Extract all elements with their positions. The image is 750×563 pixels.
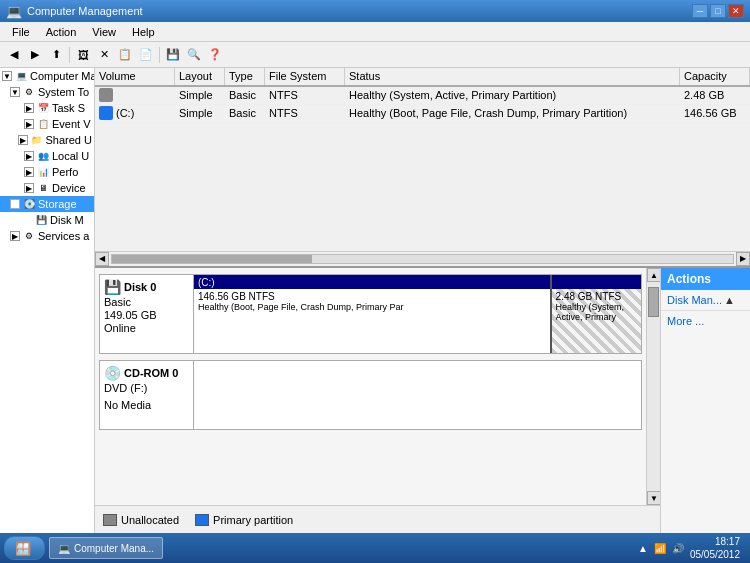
window-title: Computer Management bbox=[27, 5, 143, 17]
hscroll-track[interactable] bbox=[111, 254, 734, 264]
storage-icon: 💽 bbox=[22, 197, 36, 211]
expand-icon-computer[interactable]: ▼ bbox=[2, 71, 12, 81]
toolbar-forward[interactable]: ▶ bbox=[25, 45, 45, 65]
row1-drive-icon bbox=[99, 88, 113, 102]
table-row[interactable]: (C:) Simple Basic NTFS Healthy (Boot, Pa… bbox=[95, 105, 750, 123]
partition-system[interactable]: 2.48 GB NTFS Healthy (System, Active, Pr… bbox=[552, 275, 641, 353]
col-volume[interactable]: Volume bbox=[95, 68, 175, 85]
toolbar-properties[interactable]: 📋 bbox=[115, 45, 135, 65]
col-layout[interactable]: Layout bbox=[175, 68, 225, 85]
tray-volume-icon: 🔊 bbox=[672, 543, 684, 554]
tree-item-local[interactable]: ▶ 👥 Local U bbox=[0, 148, 94, 164]
toolbar-icon-view[interactable]: 🖼 bbox=[73, 45, 93, 65]
menu-view[interactable]: View bbox=[84, 24, 124, 40]
tree-item-storage[interactable]: ▼ 💽 Storage bbox=[0, 196, 94, 212]
legend-unalloc: Unallocated bbox=[103, 514, 179, 526]
partition-c-header: (C:) bbox=[194, 275, 550, 289]
action-diskmgr-label: Disk Man... bbox=[667, 294, 722, 306]
clock-time: 18:17 bbox=[690, 535, 740, 548]
tree-item-task[interactable]: ▶ 📅 Task S bbox=[0, 100, 94, 116]
close-button[interactable]: ✕ bbox=[728, 4, 744, 18]
minimize-button[interactable]: ─ bbox=[692, 4, 708, 18]
actions-panel: Actions Disk Man... ▲ More ... bbox=[660, 268, 750, 533]
hscroll-left-btn[interactable]: ◀ bbox=[95, 252, 109, 266]
toolbar-back[interactable]: ◀ bbox=[4, 45, 24, 65]
tree-panel: ▼ 💻 Computer Ma ▼ ⚙ System To ▶ 📅 Task S… bbox=[0, 68, 95, 533]
disk0-label: 💾 Disk 0 Basic 149.05 GB Online bbox=[99, 274, 194, 354]
hscrollbar[interactable]: ◀ ▶ bbox=[95, 251, 750, 266]
row1-layout: Simple bbox=[175, 87, 225, 104]
vscroll-up-btn[interactable]: ▲ bbox=[647, 268, 660, 282]
table-header: Volume Layout Type File System Status Ca… bbox=[95, 68, 750, 87]
table-row[interactable]: Simple Basic NTFS Healthy (System, Activ… bbox=[95, 87, 750, 105]
tray-arrow-icon[interactable]: ▲ bbox=[638, 543, 648, 554]
expand-icon-services[interactable]: ▶ bbox=[10, 231, 20, 241]
expand-icon-device[interactable]: ▶ bbox=[24, 183, 34, 193]
hscroll-right-btn[interactable]: ▶ bbox=[736, 252, 750, 266]
maximize-button[interactable]: □ bbox=[710, 4, 726, 18]
partition-c[interactable]: (C:) 146.56 GB NTFS Healthy (Boot, Page … bbox=[194, 275, 552, 353]
toolbar-help[interactable]: ❓ bbox=[205, 45, 225, 65]
toolbar-search[interactable]: 🔍 bbox=[184, 45, 204, 65]
vscroll-thumb[interactable] bbox=[648, 287, 659, 317]
perf-icon: 📊 bbox=[36, 165, 50, 179]
col-fs[interactable]: File System bbox=[265, 68, 345, 85]
taskbar-clock[interactable]: 18:17 05/05/2012 bbox=[690, 535, 740, 561]
taskbar-item-icon: 💻 bbox=[58, 543, 70, 554]
tree-item-device[interactable]: ▶ 🖥 Device bbox=[0, 180, 94, 196]
taskbar-tray: ▲ 📶 🔊 18:17 05/05/2012 bbox=[632, 535, 746, 561]
action-diskmgr[interactable]: Disk Man... ▲ bbox=[661, 290, 750, 311]
cdrom0-status: No Media bbox=[104, 399, 189, 411]
tree-item-system[interactable]: ▼ ⚙ System To bbox=[0, 84, 94, 100]
partition-system-status: Healthy (System, Active, Primary bbox=[556, 302, 637, 322]
tree-item-event[interactable]: ▶ 📋 Event V bbox=[0, 116, 94, 132]
tree-item-shared[interactable]: ▶ 📁 Shared U bbox=[0, 132, 94, 148]
col-status[interactable]: Status bbox=[345, 68, 680, 85]
clock-date: 05/05/2012 bbox=[690, 548, 740, 561]
device-icon: 🖥 bbox=[36, 181, 50, 195]
menu-action[interactable]: Action bbox=[38, 24, 85, 40]
action-diskmgr-arrow: ▲ bbox=[724, 294, 735, 306]
toolbar-new[interactable]: 📄 bbox=[136, 45, 156, 65]
expand-icon-perf[interactable]: ▶ bbox=[24, 167, 34, 177]
cdrom0-label: 💿 CD-ROM 0 DVD (F:) No Media bbox=[99, 360, 194, 430]
vscroll-down-btn[interactable]: ▼ bbox=[647, 491, 660, 505]
col-capacity[interactable]: Capacity bbox=[680, 68, 750, 85]
toolbar-separator-2 bbox=[159, 47, 160, 63]
expand-icon-shared[interactable]: ▶ bbox=[18, 135, 28, 145]
legend-primary-label: Primary partition bbox=[213, 514, 293, 526]
toolbar: ◀ ▶ ⬆ 🖼 ✕ 📋 📄 💾 🔍 ❓ bbox=[0, 42, 750, 68]
menu-help[interactable]: Help bbox=[124, 24, 163, 40]
col-type[interactable]: Type bbox=[225, 68, 265, 85]
disk0-type: Basic bbox=[104, 296, 189, 308]
legend-unalloc-label: Unallocated bbox=[121, 514, 179, 526]
action-more[interactable]: More ... bbox=[661, 311, 750, 331]
tree-item-perf[interactable]: ▶ 📊 Perfo bbox=[0, 164, 94, 180]
title-bar: 💻 Computer Management ─ □ ✕ bbox=[0, 0, 750, 22]
vscrollbar[interactable]: ▲ ▼ bbox=[646, 268, 660, 505]
row2-type: Basic bbox=[225, 105, 265, 122]
legend-unalloc-box bbox=[103, 514, 117, 526]
tree-item-services[interactable]: ▶ ⚙ Services a bbox=[0, 228, 94, 244]
hscroll-thumb[interactable] bbox=[112, 255, 312, 263]
vscroll-track[interactable] bbox=[647, 282, 660, 491]
toolbar-save[interactable]: 💾 bbox=[163, 45, 183, 65]
menu-bar: File Action View Help bbox=[0, 22, 750, 42]
expand-icon-storage[interactable]: ▼ bbox=[10, 199, 20, 209]
taskbar-item-computer[interactable]: 💻 Computer Mana... bbox=[49, 537, 163, 559]
start-button[interactable]: 🪟 bbox=[4, 536, 45, 560]
expand-icon-event[interactable]: ▶ bbox=[24, 119, 34, 129]
disk-graphic-area: 💾 Disk 0 Basic 149.05 GB Online bbox=[95, 268, 646, 505]
toolbar-up[interactable]: ⬆ bbox=[46, 45, 66, 65]
shared-icon: 📁 bbox=[30, 133, 44, 147]
expand-icon-local[interactable]: ▶ bbox=[24, 151, 34, 161]
row2-fs: NTFS bbox=[265, 105, 345, 122]
expand-icon-task[interactable]: ▶ bbox=[24, 103, 34, 113]
tree-item-diskm[interactable]: 💾 Disk M bbox=[0, 212, 94, 228]
tree-item-computer[interactable]: ▼ 💻 Computer Ma bbox=[0, 68, 94, 84]
menu-file[interactable]: File bbox=[4, 24, 38, 40]
expand-icon-system[interactable]: ▼ bbox=[10, 87, 20, 97]
toolbar-delete[interactable]: ✕ bbox=[94, 45, 114, 65]
disk0-status: Online bbox=[104, 322, 189, 334]
services-icon: ⚙ bbox=[22, 229, 36, 243]
